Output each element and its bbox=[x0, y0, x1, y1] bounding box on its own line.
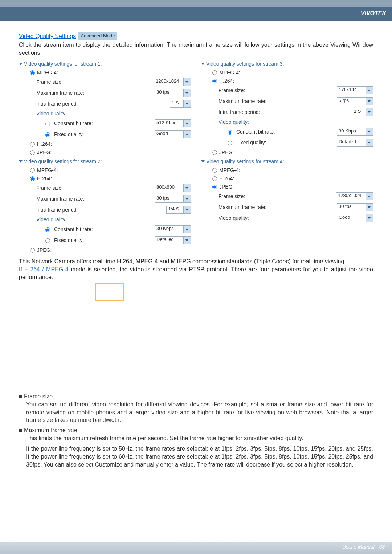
s2-intra-select[interactable]: 1/4 S bbox=[166, 206, 191, 214]
s3-maxfr: Maximum frame rate:5 fps bbox=[201, 96, 373, 107]
s3-vq-row: Video quality: bbox=[201, 118, 373, 126]
s2-vq-row: Video quality: bbox=[19, 215, 191, 224]
s3-intra-select[interactable]: 1 S bbox=[352, 108, 373, 116]
radio-input[interactable] bbox=[212, 79, 217, 83]
s2-cbr[interactable]: Constant bit rate:30 Kbps bbox=[19, 224, 191, 235]
s1-h264-radio[interactable]: H.264: bbox=[19, 140, 191, 148]
radio-input[interactable] bbox=[212, 185, 217, 189]
radio-input[interactable] bbox=[30, 150, 35, 155]
s2-intra: Intra frame period:1/4 S bbox=[19, 204, 191, 215]
s4-maxfr-select[interactable]: 30 fps bbox=[337, 203, 373, 211]
s1-framesize: Frame size:1280x1024 bbox=[19, 77, 191, 87]
s2-h264-radio[interactable]: H.264: bbox=[19, 174, 191, 182]
chevron-down-icon bbox=[184, 195, 191, 203]
intro-text: Click the stream item to display the det… bbox=[19, 41, 373, 57]
inline-image-placeholder bbox=[95, 283, 124, 301]
panels-wrap: Video quality settings for stream 1: MPE… bbox=[19, 59, 373, 254]
bullet-max-frame-rate-body1: This limits the maximum refresh frame ra… bbox=[26, 434, 373, 442]
s4-framesize-select[interactable]: 1280x1024 bbox=[336, 192, 373, 200]
s2-fq[interactable]: Fixed quality:Detailed bbox=[19, 235, 191, 246]
chevron-down-icon bbox=[366, 203, 373, 211]
h264-mpeg4-text: If H.264 / MPEG-4 mode is selected, the … bbox=[19, 266, 373, 281]
arrow-icon bbox=[19, 63, 23, 65]
chevron-down-icon bbox=[184, 206, 191, 214]
s3-cbr-select[interactable]: 30 Kbps bbox=[337, 128, 373, 136]
chevron-down-icon bbox=[184, 130, 191, 138]
radio-input[interactable] bbox=[30, 176, 35, 181]
s3-fq-select[interactable]: Detailed bbox=[337, 139, 373, 147]
radio-input[interactable] bbox=[212, 150, 217, 155]
s4-vq-select[interactable]: Good bbox=[337, 214, 373, 222]
radio-input[interactable] bbox=[30, 142, 35, 147]
s4-h264-radio[interactable]: H.264: bbox=[201, 174, 373, 182]
s3-fq[interactable]: Fixed quality:Detailed bbox=[201, 137, 373, 148]
s4-maxfr: Maximum frame rate:30 fps bbox=[201, 202, 373, 213]
radio-input[interactable] bbox=[212, 168, 217, 173]
s3-jpeg-radio[interactable]: JPEG: bbox=[201, 148, 373, 156]
s2-mpeg4-radio[interactable]: MPEG-4: bbox=[19, 166, 191, 174]
s3-framesize-select[interactable]: 176x144 bbox=[337, 86, 373, 94]
chevron-down-icon bbox=[366, 108, 373, 116]
s1-framesize-select[interactable]: 1280x1024 bbox=[154, 78, 191, 86]
radio-input[interactable] bbox=[30, 70, 35, 75]
radio-input[interactable] bbox=[228, 130, 232, 135]
s3-mpeg4-radio[interactable]: MPEG-4: bbox=[201, 68, 373, 77]
s1-maxfr: Maximum frame rate:30 fps bbox=[19, 87, 191, 98]
s4-framesize: Frame size:1280x1024 bbox=[201, 191, 373, 202]
radio-input[interactable] bbox=[228, 141, 232, 145]
s2-cbr-select[interactable]: 30 Kbps bbox=[155, 225, 191, 233]
s4-jpeg-radio[interactable]: JPEG: bbox=[201, 182, 373, 191]
chevron-down-icon bbox=[184, 184, 191, 192]
arrow-icon bbox=[19, 160, 23, 163]
bullets: ■ Frame size You can set up different vi… bbox=[19, 393, 373, 468]
s1-mpeg4-radio[interactable]: MPEG-4: bbox=[19, 68, 191, 77]
s2-framesize-select[interactable]: 800x600 bbox=[155, 184, 191, 192]
s1-cbr-select[interactable]: 512 Kbps bbox=[155, 119, 191, 127]
s3-maxfr-select[interactable]: 5 fps bbox=[337, 97, 373, 105]
radio-input[interactable] bbox=[30, 168, 35, 173]
s2-fq-select[interactable]: Detailed bbox=[155, 236, 191, 244]
video-quality-settings-link[interactable]: Video Quality Settings bbox=[19, 33, 76, 39]
stream2-title: Video quality settings for stream 2: bbox=[19, 156, 191, 166]
radio-input[interactable] bbox=[212, 70, 217, 75]
s3-intra: Intra frame period:1 S bbox=[201, 107, 373, 118]
radio-input[interactable] bbox=[45, 227, 50, 232]
page: VIVOTEK Video Quality Settings Advanced … bbox=[0, 0, 392, 554]
radio-input[interactable] bbox=[45, 122, 50, 126]
s1-fq[interactable]: Fixed quality:Good bbox=[19, 129, 191, 140]
s1-fq-select[interactable]: Good bbox=[155, 130, 191, 138]
s3-h264-radio[interactable]: H.264: bbox=[201, 77, 373, 85]
s2-jpeg-radio[interactable]: JPEG: bbox=[19, 246, 191, 254]
stream1-title: Video quality settings for stream 1: bbox=[19, 59, 191, 68]
s1-vq-row: Video quality: bbox=[19, 109, 191, 118]
stream3-title: Video quality settings for stream 3: bbox=[201, 59, 373, 68]
radio-input[interactable] bbox=[45, 132, 50, 137]
content: Video Quality Settings Advanced Mode Cli… bbox=[0, 21, 392, 468]
heading-row: Video Quality Settings Advanced Mode bbox=[19, 32, 373, 40]
brand-text: VIVOTEK bbox=[361, 10, 386, 16]
chevron-down-icon bbox=[366, 97, 373, 105]
s4-mpeg4-radio[interactable]: MPEG-4: bbox=[201, 166, 373, 174]
arrow-icon bbox=[201, 63, 205, 65]
arrow-icon bbox=[201, 160, 205, 163]
chevron-down-icon bbox=[366, 139, 373, 147]
s1-cbr[interactable]: Constant bit rate:512 Kbps bbox=[19, 118, 191, 129]
footer-text: User's Manual - 63 bbox=[342, 544, 385, 550]
radio-input[interactable] bbox=[30, 248, 35, 253]
chevron-down-icon bbox=[184, 100, 191, 108]
bullet-max-frame-rate: ■ Maximum frame rate bbox=[19, 427, 373, 434]
radio-input[interactable] bbox=[45, 238, 50, 243]
s3-cbr[interactable]: Constant bit rate:30 Kbps bbox=[201, 126, 373, 137]
s2-maxfr: Maximum frame rate:30 fps bbox=[19, 193, 191, 204]
s3-framesize: Frame size:176x144 bbox=[201, 85, 373, 96]
s1-jpeg-radio[interactable]: JPEG: bbox=[19, 148, 191, 156]
s1-maxfr-select[interactable]: 30 fps bbox=[155, 89, 191, 97]
s1-intra-select[interactable]: 1 S bbox=[170, 100, 191, 108]
s2-framesize: Frame size:800x600 bbox=[19, 182, 191, 193]
chevron-down-icon bbox=[366, 214, 373, 222]
chevron-down-icon bbox=[366, 86, 373, 94]
radio-input[interactable] bbox=[212, 176, 217, 181]
chevron-down-icon bbox=[366, 192, 373, 200]
chevron-down-icon bbox=[366, 128, 373, 136]
s2-maxfr-select[interactable]: 30 fps bbox=[155, 195, 191, 203]
